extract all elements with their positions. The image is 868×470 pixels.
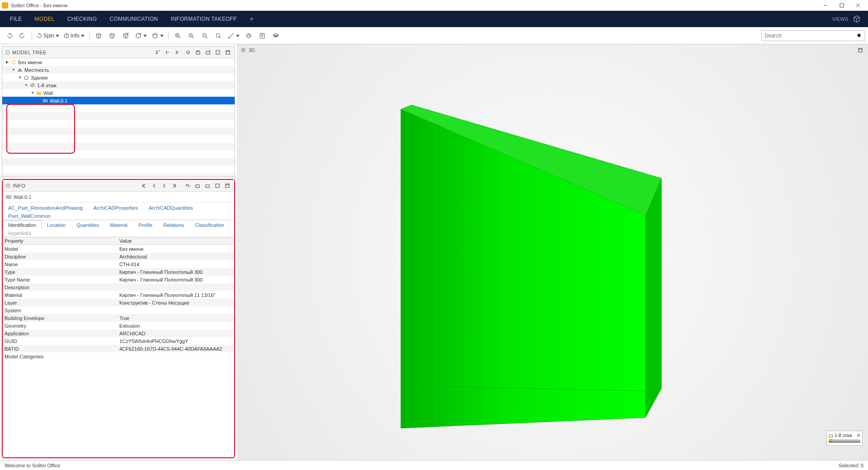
svg-rect-1 — [840, 4, 844, 7]
svg-rect-29 — [206, 52, 210, 54]
property-row[interactable]: Type NameКирпич - Глиняный Полнотелый 30… — [3, 276, 234, 283]
property-row[interactable]: Model Categories — [3, 352, 234, 360]
tree-window-button[interactable] — [214, 48, 222, 56]
info-prev-button[interactable] — [150, 182, 158, 190]
menu-add-tab[interactable]: + — [243, 11, 260, 27]
svg-line-15 — [192, 37, 193, 38]
property-row[interactable]: GUID1CzY5W5dr4nPHCGDhwYggY — [3, 337, 234, 345]
layers-button[interactable] — [269, 29, 282, 42]
tree-maximize-button[interactable] — [224, 48, 232, 56]
building-icon — [23, 75, 29, 81]
tree-body[interactable]: ▶Без имени▼Местность▼Здание▼1-й этаж▼Wal… — [2, 58, 235, 177]
info-tab[interactable]: Hyperlinks — [3, 229, 37, 237]
3d-canvas[interactable]: 1-й этаж ✕ — [237, 56, 868, 460]
info-tab[interactable]: Pset_WallCommon — [3, 212, 56, 220]
info-next-button[interactable] — [160, 182, 168, 190]
info-next-end-button[interactable] — [170, 182, 178, 190]
search-box[interactable] — [761, 30, 865, 41]
menu-info-takeoff[interactable]: INFORMATION TAKEOFF — [165, 11, 243, 27]
info-tab[interactable]: AC_Pset_RenovationAndPhasing — [3, 203, 88, 212]
info-tab[interactable]: ArchiCADProperties — [88, 203, 143, 212]
info-tab[interactable]: ArchiCADQuantities — [143, 203, 198, 212]
cube-options-dropdown[interactable] — [150, 29, 165, 42]
tree-mode1-button[interactable] — [154, 48, 162, 56]
zoom-in-button[interactable] — [185, 29, 198, 42]
marker-button[interactable] — [256, 29, 269, 42]
info-prev-end-button[interactable] — [140, 182, 148, 190]
info-maximize-button[interactable] — [223, 182, 231, 190]
info-tab[interactable]: Material — [104, 221, 133, 229]
floor-close-icon[interactable]: ✕ — [857, 433, 860, 438]
property-row[interactable]: Description — [3, 283, 234, 291]
zoom-out-button[interactable] — [198, 29, 211, 42]
spin-dropdown[interactable]: Spin — [35, 29, 61, 42]
maximize-button[interactable] — [834, 0, 850, 11]
tree-row[interactable]: ▼1-й этаж — [2, 81, 235, 89]
layout-cube-icon[interactable] — [853, 15, 861, 23]
tree-row[interactable]: ▼Местность — [2, 66, 235, 74]
svg-rect-55 — [859, 48, 862, 52]
tree-basket-add-button[interactable] — [204, 48, 212, 56]
property-row[interactable]: NameСТН-014 — [3, 260, 234, 268]
property-row[interactable]: LayerКонструктив - Стены Несущие — [3, 299, 234, 306]
tree-mode4-button[interactable] — [184, 48, 192, 56]
property-row[interactable]: Building EnvelopeTrue — [3, 314, 234, 322]
info-tab[interactable]: Classification — [189, 221, 230, 229]
cube-mode-dropdown[interactable] — [133, 29, 149, 42]
prop-value: 1CzY5W5dr4nPHCGDhwYggY — [118, 338, 234, 344]
section-button[interactable] — [242, 29, 255, 42]
property-row[interactable]: ModelБез имени — [3, 245, 234, 253]
tree-row[interactable]: ▶Без имени — [2, 58, 235, 66]
tree-row[interactable]: ▼Wall — [2, 89, 235, 97]
menu-model[interactable]: MODEL — [28, 11, 61, 27]
info-tab[interactable]: Identification — [3, 221, 42, 229]
info-basket-add-button[interactable] — [203, 182, 212, 190]
info-tab[interactable]: Location — [42, 221, 71, 229]
property-row[interactable]: BATID4CF62160-167D-44C5-944C-40DAFA8AAAA… — [3, 345, 234, 352]
tree-mode3-button[interactable] — [174, 48, 182, 56]
tree-mode2-button[interactable] — [164, 48, 172, 56]
floor-dot-icon — [830, 439, 832, 442]
menu-file[interactable]: FILE — [4, 11, 28, 27]
info-tab[interactable]: Profile — [133, 221, 158, 229]
info-object-name: Wall.0.1 — [14, 194, 31, 200]
info-basket-button[interactable] — [193, 182, 202, 190]
menu-checking[interactable]: CHECKING — [61, 11, 104, 27]
redo-button[interactable] — [16, 29, 29, 42]
col-property: Property — [3, 238, 118, 244]
prop-value: Кирпич - Глиняный Полнотелый 300 — [118, 269, 234, 275]
tree-label: Здание — [31, 75, 48, 80]
svg-line-11 — [179, 37, 180, 38]
property-row[interactable]: GeometryExtrusion — [3, 322, 234, 329]
property-row[interactable]: TypeКирпич - Глиняный Полнотелый 300 — [3, 268, 234, 276]
info-dropdown[interactable]: Info — [62, 29, 86, 42]
tree-basket-button[interactable] — [194, 48, 202, 56]
info-refresh-button[interactable] — [184, 182, 192, 190]
measure-dropdown[interactable] — [226, 29, 241, 42]
zoom-fit-button[interactable] — [171, 29, 184, 42]
property-row[interactable]: System — [3, 306, 234, 314]
property-row[interactable]: DisciplineArchitectural — [3, 253, 234, 260]
info-tab[interactable]: Relations — [158, 221, 189, 229]
info-window-button[interactable] — [213, 182, 222, 190]
prop-key: System — [3, 308, 118, 313]
zoom-reset-button[interactable] — [212, 29, 225, 42]
cube1-button[interactable] — [92, 29, 105, 42]
info-tab[interactable]: Quantities — [71, 221, 104, 229]
menu-communication[interactable]: COMMUNICATION — [103, 11, 164, 27]
tree-row[interactable]: ▶Wall.0.1 — [2, 97, 235, 104]
property-row[interactable]: MaterialКирпич - Глиняный Полнотелый 11 … — [3, 291, 234, 299]
cube-highlight-button[interactable] — [106, 29, 118, 42]
chevron-down-icon — [160, 34, 164, 38]
property-row[interactable]: ApplicationARCHICAD — [3, 329, 234, 337]
minimize-button[interactable] — [817, 0, 834, 11]
prop-key: Name — [3, 262, 118, 267]
floor-selector[interactable]: 1-й этаж ✕ — [826, 431, 863, 446]
tree-row[interactable]: ▼Здание — [2, 74, 235, 81]
close-button[interactable] — [850, 0, 866, 11]
cube-add-button[interactable] — [119, 29, 132, 42]
undo-button[interactable] — [3, 29, 15, 42]
3d-maximize-button[interactable] — [856, 46, 864, 54]
views-label[interactable]: VIEWS — [832, 16, 848, 22]
search-input[interactable] — [764, 33, 857, 39]
